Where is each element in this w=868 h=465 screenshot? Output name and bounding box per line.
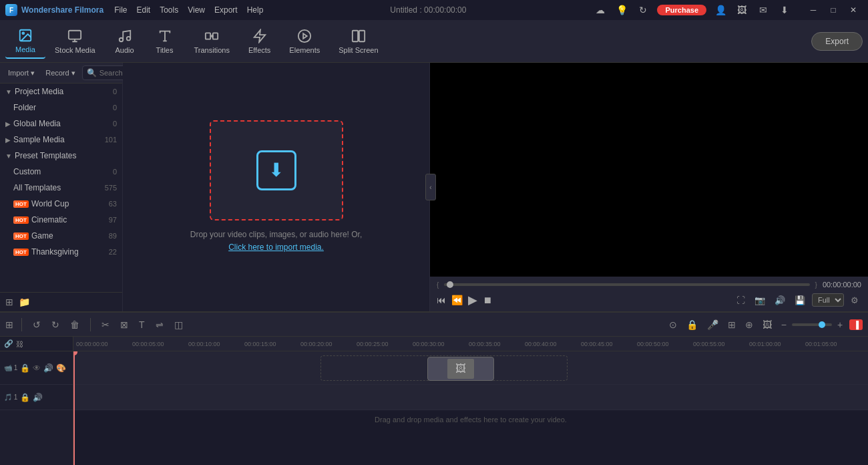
step-back-button[interactable]: ⏮ — [437, 295, 446, 305]
tree-cinematic[interactable]: HOT Cinematic 97 — [0, 212, 122, 228]
tick-5: 00:00:25:00 — [357, 341, 413, 347]
tree-custom[interactable]: Custom 0 — [0, 164, 122, 180]
ripple-edit-icon[interactable]: ⊙ — [666, 318, 680, 331]
tree-preset-templates[interactable]: ▼ Preset Templates — [0, 148, 122, 164]
toolbar-titles[interactable]: Titles — [145, 25, 185, 58]
tree-sample-media[interactable]: ▶ Sample Media 101 — [0, 132, 122, 148]
crop-button[interactable]: ⊠ — [118, 318, 131, 331]
stop-button[interactable]: ⏹ — [483, 295, 492, 305]
import-link[interactable]: Click here to import media. — [228, 243, 324, 252]
menu-file[interactable]: File — [114, 5, 127, 15]
tree-global-media[interactable]: ▶ Global Media 0 — [0, 116, 122, 132]
menu-edit[interactable]: Edit — [136, 5, 150, 15]
profile-icon[interactable]: 🖼 — [734, 3, 749, 17]
timeline-content: 🔗 ⛓ 📹 1 🔒 👁 🔊 🎨 🎵 1 🔒 🔊 — [0, 337, 868, 465]
close-button[interactable]: ✕ — [844, 3, 863, 17]
bulb-icon[interactable]: 💡 — [614, 3, 629, 17]
menu-export[interactable]: Export — [214, 5, 238, 15]
settings-button[interactable]: ⚙ — [848, 294, 861, 307]
mail-icon[interactable]: ✉ — [756, 3, 771, 17]
zoom-out-button[interactable]: − — [779, 318, 789, 331]
hot-badge-cinematic: HOT — [13, 216, 29, 224]
media-clip[interactable]: 🖼 — [427, 357, 494, 381]
new-folder-icon[interactable]: 📁 — [19, 297, 30, 307]
tick-6: 00:00:30:00 — [413, 341, 469, 347]
arrow-preset-templates: ▼ — [5, 152, 12, 160]
audio-icon[interactable]: 🎤 — [704, 318, 721, 331]
tree-all-templates[interactable]: All Templates 575 — [0, 180, 122, 196]
timeline-right-controls: ⊙ 🔒 🎤 ⊞ ⊕ 🖼 − + ▐ — [666, 318, 863, 331]
video-track: 🖼 — [73, 351, 868, 385]
group-icon[interactable]: ⊞ — [725, 318, 738, 331]
toolbar-transitions[interactable]: Transitions — [185, 25, 239, 58]
timeline-ruler: 00:00:00:00 00:00:05:00 00:00:10:00 00:0… — [73, 337, 868, 351]
purchase-button[interactable]: Purchase — [657, 5, 706, 15]
tree-world-cup[interactable]: HOT World Cup 63 — [0, 196, 122, 212]
import-button[interactable]: Import ▾ — [4, 67, 39, 80]
video-track-eye[interactable]: 👁 — [33, 363, 41, 373]
snap-icon[interactable]: 🔗 — [4, 339, 13, 348]
arrow-global-media: ▶ — [5, 120, 11, 128]
redo-button[interactable]: ↻ — [49, 318, 62, 331]
play-button[interactable]: ▶ — [468, 293, 477, 307]
tree-thanksgiving[interactable]: HOT Thanksgiving 22 — [0, 244, 122, 260]
download-icon[interactable]: ⬇ — [777, 3, 792, 17]
timeline-ruler-area: 00:00:00:00 00:00:05:00 00:00:10:00 00:0… — [73, 337, 868, 465]
tick-11: 00:00:55:00 — [693, 341, 749, 347]
collapse-panel-button[interactable]: ‹ — [425, 174, 436, 200]
zoom-slider[interactable] — [792, 323, 832, 326]
toolbar-stock-media[interactable]: Stock Media — [45, 25, 105, 58]
ruler-ticks-container: 00:00:00:00 00:00:05:00 00:00:10:00 00:0… — [76, 341, 861, 347]
tree-project-media[interactable]: ▼ Project Media 0 — [0, 84, 122, 100]
cut-button[interactable]: ✂ — [99, 318, 112, 331]
video-track-lock[interactable]: 🔒 — [20, 363, 30, 373]
minimize-button[interactable]: ─ — [804, 3, 823, 17]
speed-button[interactable]: ⇌ — [153, 318, 166, 331]
undo-button[interactable]: ↺ — [30, 318, 43, 331]
toolbar-effects[interactable]: Effects — [239, 25, 280, 58]
link-icon[interactable]: ⛓ — [16, 340, 23, 348]
preview-playback-buttons: ⏮ ⏪ ▶ ⏹ ⛶ 📷 🔊 💾 Full ⚙ — [437, 293, 861, 307]
zoom-in-button[interactable]: + — [835, 318, 845, 331]
record-button[interactable]: Record ▾ — [41, 67, 79, 80]
delete-button[interactable]: 🗑 — [67, 318, 82, 331]
toolbar-media[interactable]: Media — [5, 24, 45, 59]
volume-button[interactable]: 🔊 — [772, 294, 788, 307]
refresh-icon[interactable]: ↻ — [636, 3, 650, 17]
preview-scrubber[interactable] — [444, 283, 809, 286]
tree-game[interactable]: HOT Game 89 — [0, 228, 122, 244]
main-area: Import ▾ Record ▾ 🔍 ≡ ⋮⋮ ▼ Project Media… — [0, 63, 868, 311]
menu-tools[interactable]: Tools — [160, 5, 178, 15]
maximize-button[interactable]: □ — [824, 3, 843, 17]
save-frame-button[interactable]: 💾 — [792, 294, 808, 307]
apps-icon[interactable]: ⊞ — [5, 319, 13, 330]
text-button[interactable]: T — [136, 318, 148, 331]
fullscreen-button[interactable]: ⛶ — [734, 294, 748, 307]
quality-select[interactable]: Full — [812, 293, 844, 307]
video-track-audio[interactable]: 🔊 — [43, 363, 53, 373]
tree-folder[interactable]: Folder 0 — [0, 100, 122, 116]
fit-timeline-button[interactable]: ▐ — [849, 319, 863, 330]
multicam-button[interactable]: ◫ — [172, 318, 186, 331]
video-track-color[interactable]: 🎨 — [56, 363, 66, 373]
toolbar-split-screen[interactable]: Split Screen — [329, 25, 387, 58]
drag-drop-hint: Drag and drop media and effects here to … — [73, 410, 868, 429]
cloud-icon[interactable]: ☁ — [593, 3, 608, 17]
snapshot-button[interactable]: 📷 — [752, 294, 768, 307]
toolbar-audio[interactable]: Audio — [105, 25, 145, 58]
export-button[interactable]: Export — [811, 32, 863, 51]
menu-view[interactable]: View — [188, 5, 205, 15]
menu-help[interactable]: Help — [247, 5, 264, 15]
playhead[interactable] — [73, 351, 75, 465]
audio-track-mute[interactable]: 🔊 — [33, 393, 43, 402]
clip-speed-icon[interactable]: 🔒 — [684, 318, 700, 331]
user-icon[interactable]: 👤 — [713, 3, 728, 17]
window-controls: ─ □ ✕ — [804, 3, 863, 17]
toolbar-elements[interactable]: Elements — [280, 25, 329, 58]
drop-zone[interactable]: ⬇ — [210, 120, 343, 220]
audio-track-lock[interactable]: 🔒 — [20, 393, 30, 402]
motion-icon[interactable]: ⊕ — [742, 318, 756, 331]
frame-back-button[interactable]: ⏪ — [451, 295, 463, 305]
insert-icon[interactable]: 🖼 — [760, 318, 775, 331]
new-project-icon[interactable]: ⊞ — [5, 297, 13, 307]
